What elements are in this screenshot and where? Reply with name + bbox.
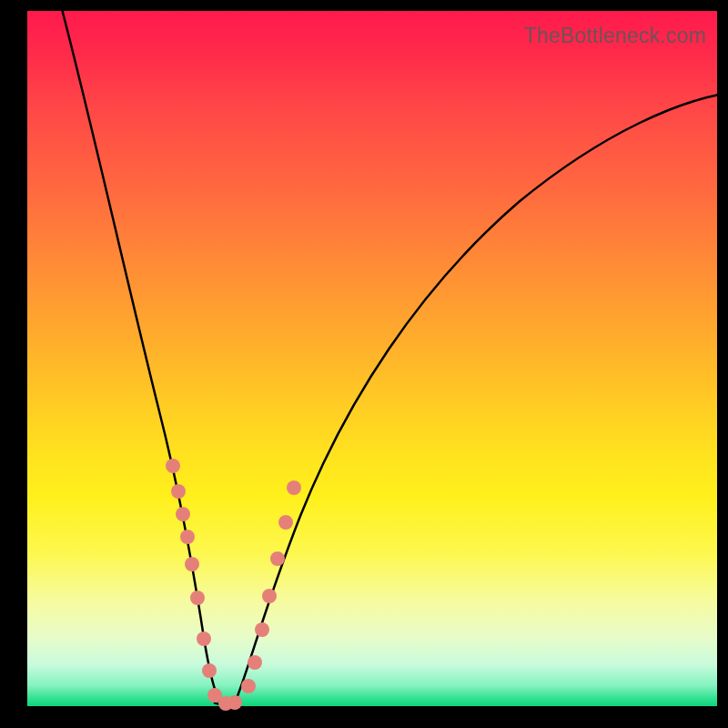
marker-dot bbox=[228, 695, 242, 710]
marker-dot bbox=[190, 591, 205, 605]
marker-dot bbox=[185, 557, 199, 571]
marker-dot bbox=[270, 551, 285, 566]
marker-dot bbox=[255, 622, 269, 637]
marker-dot bbox=[180, 530, 195, 544]
curve-right bbox=[235, 95, 719, 703]
bottleneck-curve bbox=[27, 11, 717, 706]
marker-dot bbox=[176, 507, 190, 521]
marker-dot bbox=[287, 480, 301, 495]
marker-dot bbox=[248, 655, 262, 670]
marker-dot bbox=[278, 515, 293, 530]
marker-dot bbox=[171, 484, 186, 499]
chart-frame: TheBottleneck.com bbox=[27, 11, 717, 706]
marker-dot bbox=[197, 632, 211, 646]
marker-dot bbox=[262, 589, 277, 603]
marker-dot bbox=[202, 663, 217, 678]
marker-dot bbox=[241, 679, 256, 693]
marker-dot bbox=[166, 459, 180, 473]
